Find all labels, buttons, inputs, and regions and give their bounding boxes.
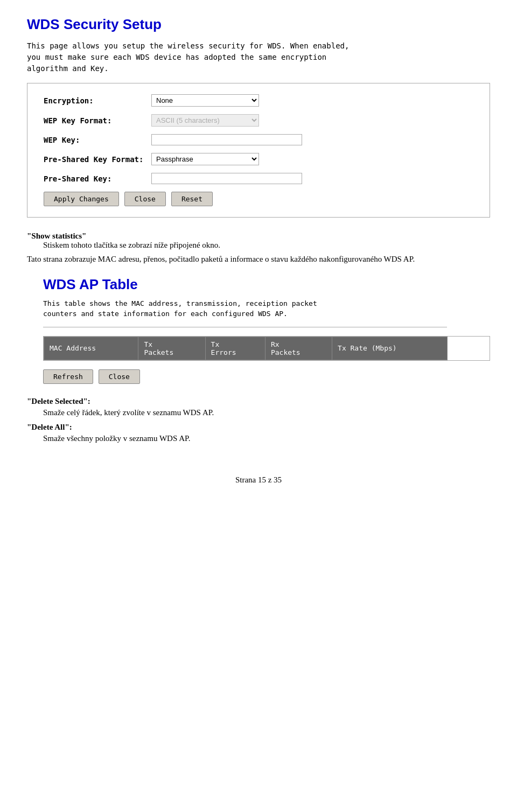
pre-shared-key-input[interactable] <box>151 173 302 184</box>
encryption-label: Encryption: <box>44 96 151 105</box>
pre-shared-key-format-row: Pre-Shared Key Format: Passphrase Hex <box>44 153 473 165</box>
pre-shared-key-format-control: Passphrase Hex <box>151 153 259 165</box>
pre-shared-key-format-label: Pre-Shared Key Format: <box>44 155 151 164</box>
col-tx-errors: TxErrors <box>205 337 265 360</box>
reset-button[interactable]: Reset <box>171 192 213 206</box>
show-stats-para: Tato strana zobrazuje MAC adresu, přenos… <box>27 253 490 265</box>
wep-key-control <box>151 134 302 145</box>
desc-line3: algorithm and Key. <box>27 64 109 73</box>
col-tx-rate: Tx Rate (Mbps) <box>332 337 448 360</box>
delete-selected-title: "Delete Selected": <box>27 397 90 405</box>
delete-all-title: "Delete All": <box>27 423 72 431</box>
pre-shared-key-row: Pre-Shared Key: <box>44 173 473 184</box>
apply-changes-button[interactable]: Apply Changes <box>44 192 119 206</box>
wds-ap-title: WDS AP Table <box>43 276 490 293</box>
refresh-button[interactable]: Refresh <box>43 369 93 384</box>
page-title: WDS Security Setup <box>27 16 490 33</box>
wds-ap-desc: This table shows the MAC address, transm… <box>43 298 490 319</box>
col-rx-packets: RxPackets <box>265 337 332 360</box>
security-form: Encryption: None WEP WPA WEP Key Format:… <box>27 83 490 218</box>
desc-line2: you must make sure each WDS device has a… <box>27 53 326 61</box>
form-button-row: Apply Changes Close Reset <box>44 192 473 206</box>
wds-ap-desc-line1: This table shows the MAC address, transm… <box>43 299 317 307</box>
wep-key-input[interactable] <box>151 134 302 145</box>
bottom-section: "Delete Selected": Smaže celý řádek, kte… <box>27 397 490 443</box>
delete-all-section: "Delete All": Smaže všechny položky v se… <box>27 423 490 443</box>
table-close-button[interactable]: Close <box>99 369 140 384</box>
wep-key-format-label: WEP Key Format: <box>44 116 151 125</box>
encryption-row: Encryption: None WEP WPA <box>44 94 473 107</box>
wds-ap-table: MAC Address TxPackets TxErrors RxPackets… <box>44 337 448 360</box>
wep-key-format-row: WEP Key Format: ASCII (5 characters) HEX… <box>44 114 473 127</box>
wep-key-format-select[interactable]: ASCII (5 characters) HEX (10 characters) <box>151 114 259 127</box>
page-number: Strana 15 z 35 <box>235 475 282 484</box>
wds-ap-table-container: MAC Address TxPackets TxErrors RxPackets… <box>43 336 490 361</box>
page-footer: Strana 15 z 35 <box>27 475 490 485</box>
delete-selected-desc: Smaže celý řádek, který zvolíte v seznam… <box>43 408 490 417</box>
show-stats-title: "Show statistics" <box>27 232 86 240</box>
wds-ap-section: WDS AP Table This table shows the MAC ad… <box>27 276 490 384</box>
page-description: This page allows you setup the wireless … <box>27 40 490 74</box>
delete-all-desc: Smaže všechny položky v seznamu WDS AP. <box>43 434 490 443</box>
table-divider <box>43 327 447 327</box>
encryption-select[interactable]: None WEP WPA <box>151 94 259 107</box>
show-stats-desc: Stiskem tohoto tlačítka se zobrazí níže … <box>43 241 490 250</box>
wep-key-label: WEP Key: <box>44 136 151 144</box>
close-button[interactable]: Close <box>124 192 166 206</box>
col-tx-packets: TxPackets <box>138 337 205 360</box>
show-stats-section: "Show statistics" Stiskem tohoto tlačítk… <box>27 232 490 265</box>
wep-key-row: WEP Key: <box>44 134 473 145</box>
pre-shared-key-label: Pre-Shared Key: <box>44 174 151 183</box>
delete-selected-section: "Delete Selected": Smaže celý řádek, kte… <box>27 397 490 417</box>
pre-shared-key-control <box>151 173 302 184</box>
col-mac-address: MAC Address <box>44 337 138 360</box>
wep-key-format-control: ASCII (5 characters) HEX (10 characters) <box>151 114 259 127</box>
pre-shared-key-format-select[interactable]: Passphrase Hex <box>151 153 259 165</box>
wds-ap-desc-line2: counters and state information for each … <box>43 310 288 318</box>
refresh-row: Refresh Close <box>43 369 490 384</box>
table-header-row: MAC Address TxPackets TxErrors RxPackets… <box>44 337 448 360</box>
encryption-control: None WEP WPA <box>151 94 259 107</box>
desc-line1: This page allows you setup the wireless … <box>27 41 349 50</box>
